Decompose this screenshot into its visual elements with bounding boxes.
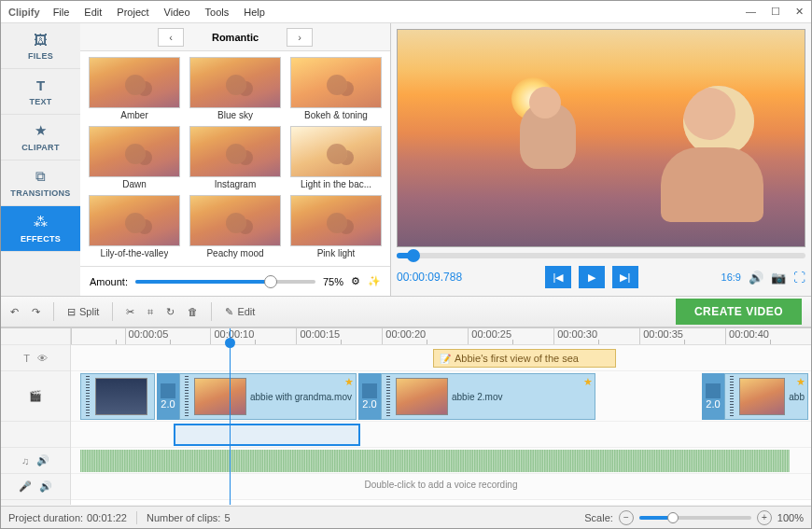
maximize-icon[interactable]: ☐	[771, 6, 780, 18]
scale-value: 100%	[777, 512, 804, 523]
mic-track-icon: 🎤	[19, 480, 32, 493]
preview-scrubber[interactable]	[397, 253, 805, 258]
text-icon: T	[36, 77, 45, 93]
text-track[interactable]: 📝 Abbie's first view of the sea	[71, 345, 811, 371]
effect-blue-sky[interactable]: Blue sky	[187, 57, 284, 122]
settings-icon[interactable]: ⚙	[351, 275, 360, 287]
video-track[interactable]: 2.0 abbie with grandma.mov★ 2.0 abbie 2.…	[71, 371, 811, 422]
amount-slider[interactable]	[135, 280, 315, 284]
image-icon: 🖼	[34, 32, 48, 48]
clip-count-label: Number of clips:	[147, 512, 220, 523]
rotate-button[interactable]: ↻	[166, 306, 175, 318]
effect-bokeh[interactable]: Bokeh & toning	[287, 57, 385, 122]
video-clip-4[interactable]: abb★	[724, 373, 808, 420]
transition-2[interactable]: 2.0	[358, 373, 381, 420]
range-selection[interactable]	[174, 424, 360, 446]
tab-clipart[interactable]: ★CLIPART	[1, 115, 80, 160]
redo-button[interactable]: ↷	[32, 306, 40, 318]
minimize-icon[interactable]: —	[746, 6, 756, 18]
audio-track-icon: ♫	[21, 455, 29, 466]
create-video-button[interactable]: CREATE VIDEO	[676, 299, 802, 325]
video-track-icon: 🎬	[29, 390, 42, 402]
cut-button[interactable]: ✂	[126, 306, 134, 318]
audio-track[interactable]	[71, 448, 811, 474]
undo-button[interactable]: ↶	[10, 306, 19, 318]
category-name: Romantic	[193, 32, 277, 43]
snapshot-icon[interactable]: 📷	[771, 271, 786, 285]
category-next-button[interactable]: ›	[287, 28, 313, 47]
menu-edit[interactable]: Edit	[84, 7, 102, 18]
tab-files[interactable]: 🖼FILES	[1, 23, 80, 69]
effect-light[interactable]: Light in the bac...	[287, 126, 385, 191]
tab-effects[interactable]: ⁂EFFECTS	[1, 206, 80, 252]
category-prev-button[interactable]: ‹	[158, 28, 184, 47]
effect-dawn[interactable]: Dawn	[86, 126, 183, 191]
amount-value: 75%	[323, 276, 343, 287]
crop-button[interactable]: ⌗	[147, 306, 153, 318]
layers-icon: ⧉	[35, 168, 46, 185]
split-button[interactable]: ⊟ Split	[67, 306, 99, 318]
effect-instagram[interactable]: Instagram	[187, 126, 284, 191]
duration-value: 00:01:22	[87, 512, 127, 523]
play-button[interactable]: ▶	[579, 266, 605, 288]
text-clip[interactable]: 📝 Abbie's first view of the sea	[433, 349, 616, 368]
duration-label: Project duration:	[8, 512, 83, 523]
transition-3[interactable]: 2.0	[702, 373, 724, 420]
wand-icon: ⁂	[34, 214, 48, 230]
transition-1[interactable]: 2.0	[157, 373, 179, 420]
amount-label: Amount:	[90, 276, 128, 287]
menu-help[interactable]: Help	[244, 7, 265, 18]
effect-peachy[interactable]: Peachy mood	[187, 195, 284, 260]
effect-lily[interactable]: Lily-of-the-valley	[86, 195, 183, 260]
star-icon: ★	[35, 122, 47, 139]
aspect-ratio[interactable]: 16:9	[721, 271, 741, 283]
menu-tools[interactable]: Tools	[205, 7, 230, 18]
effect-pink[interactable]: Pink light	[287, 195, 385, 260]
video-preview	[397, 29, 805, 247]
menu-file[interactable]: File	[53, 7, 70, 18]
playhead[interactable]	[230, 328, 231, 505]
voice-track[interactable]: Double-click to add a voice recording	[71, 474, 811, 500]
selection-track[interactable]	[71, 422, 811, 448]
eye-icon[interactable]: 👁	[37, 353, 48, 364]
speaker-icon[interactable]: 🔊	[36, 454, 49, 466]
delete-button[interactable]: 🗑	[188, 306, 198, 317]
video-clip-2[interactable]: abbie with grandma.mov★	[179, 373, 357, 420]
menu-video[interactable]: Video	[164, 7, 190, 18]
time-ruler[interactable]: 00:00:0500:00:10 00:00:1500:00:20 00:00:…	[71, 328, 811, 345]
tab-text[interactable]: TTEXT	[1, 69, 80, 115]
app-logo: Clipify	[8, 5, 40, 19]
volume-icon[interactable]: 🔊	[749, 271, 763, 285]
video-clip-3[interactable]: abbie 2.mov★	[381, 373, 595, 420]
voice-hint: Double-click to add a voice recording	[71, 480, 811, 490]
fullscreen-icon[interactable]: ⛶	[793, 271, 805, 285]
timecode: 00:00:09.788	[397, 271, 462, 284]
audio-waveform[interactable]	[80, 450, 790, 472]
zoom-out-button[interactable]: −	[619, 510, 634, 525]
next-frame-button[interactable]: ▶|	[612, 266, 638, 288]
edit-button[interactable]: ✎ Edit	[225, 306, 255, 318]
menu-project[interactable]: Project	[117, 7, 148, 18]
effect-amber[interactable]: Amber	[86, 57, 183, 122]
magic-wand-icon[interactable]: ✨	[368, 275, 381, 287]
close-icon[interactable]: ✕	[795, 6, 804, 18]
clip-count-value: 5	[224, 512, 230, 523]
scale-label: Scale:	[584, 512, 613, 523]
zoom-in-button[interactable]: +	[757, 510, 772, 525]
tab-transitions[interactable]: ⧉TRANSITIONS	[1, 160, 80, 206]
zoom-slider[interactable]	[639, 516, 751, 520]
prev-frame-button[interactable]: |◀	[545, 266, 571, 288]
video-clip-1[interactable]	[80, 373, 155, 420]
speaker-icon[interactable]: 🔊	[39, 480, 52, 493]
text-track-icon: T	[23, 353, 30, 364]
